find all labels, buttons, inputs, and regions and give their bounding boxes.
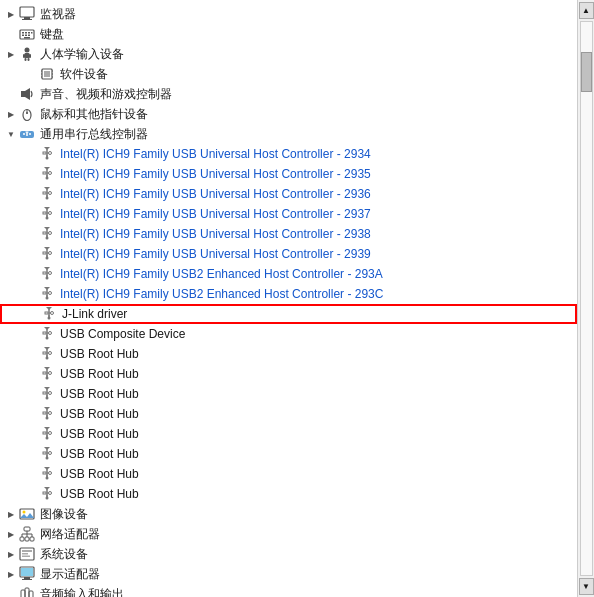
tree-item-ich9-2936[interactable]: Intel(R) ICH9 Family USB Universal Host … bbox=[0, 184, 577, 204]
scroll-down-arrow[interactable]: ▼ bbox=[579, 578, 594, 595]
tree-item-usb-root-6[interactable]: USB Root Hub bbox=[0, 444, 577, 464]
tree-item-usb-root-7[interactable]: USB Root Hub bbox=[0, 464, 577, 484]
svg-point-43 bbox=[46, 157, 49, 160]
svg-rect-137 bbox=[43, 432, 46, 434]
svg-point-50 bbox=[46, 177, 49, 180]
svg-rect-184 bbox=[29, 591, 33, 597]
tree-item-ich9-2939[interactable]: Intel(R) ICH9 Family USB Universal Host … bbox=[0, 244, 577, 264]
expand-icon-image-dev[interactable]: ▶ bbox=[4, 506, 18, 522]
tree-item-usb-root-4[interactable]: USB Root Hub bbox=[0, 404, 577, 424]
svg-rect-183 bbox=[25, 588, 29, 597]
tree-item-usb-root-5[interactable]: USB Root Hub bbox=[0, 424, 577, 444]
tree-item-display[interactable]: ▶显示适配器 bbox=[0, 564, 577, 584]
usb-icon-usb-root-3 bbox=[39, 386, 57, 402]
tree-item-network[interactable]: ▶网络适配器 bbox=[0, 524, 577, 544]
tree-item-system-dev[interactable]: ▶系统设备 bbox=[0, 544, 577, 564]
tree-item-usb-root-8[interactable]: USB Root Hub bbox=[0, 484, 577, 504]
item-label-ich9-2934: Intel(R) ICH9 Family USB Universal Host … bbox=[60, 147, 371, 161]
svg-marker-129 bbox=[44, 407, 50, 410]
human-icon-human-input bbox=[19, 46, 37, 62]
tree-item-image-dev[interactable]: ▶图像设备 bbox=[0, 504, 577, 524]
scrollbar-thumb[interactable] bbox=[581, 52, 592, 92]
item-label-ich9-2936: Intel(R) ICH9 Family USB Universal Host … bbox=[60, 187, 371, 201]
tree-item-usb-root-3[interactable]: USB Root Hub bbox=[0, 384, 577, 404]
svg-rect-166 bbox=[20, 537, 24, 541]
tree-item-mouse-etc[interactable]: ▶鼠标和其他指针设备 bbox=[0, 104, 577, 124]
svg-rect-130 bbox=[43, 412, 46, 414]
network-icon-network bbox=[19, 526, 37, 542]
svg-rect-9 bbox=[25, 35, 27, 37]
svg-rect-158 bbox=[43, 492, 46, 494]
tree-item-monitor[interactable]: ▶监视器 bbox=[0, 4, 577, 24]
monitor-icon-monitor bbox=[19, 6, 37, 22]
usb-icon-usb-root-6 bbox=[39, 446, 57, 462]
controller-icon-usb-ctrl bbox=[19, 126, 37, 142]
svg-rect-7 bbox=[31, 32, 33, 34]
usb-icon-ich9-2936 bbox=[39, 186, 57, 202]
svg-rect-123 bbox=[43, 392, 46, 394]
item-label-display: 显示适配器 bbox=[40, 566, 100, 583]
expand-icon-keyboard[interactable] bbox=[4, 26, 18, 42]
svg-point-32 bbox=[23, 133, 25, 135]
tree-item-usb-composite[interactable]: USB Composite Device bbox=[0, 324, 577, 344]
svg-rect-95 bbox=[45, 312, 48, 314]
tree-item-ich9-2934[interactable]: Intel(R) ICH9 Family USB Universal Host … bbox=[0, 144, 577, 164]
expand-icon-mouse-etc[interactable]: ▶ bbox=[4, 106, 18, 122]
image-icon-image-dev bbox=[19, 506, 37, 522]
expand-icon-human-input[interactable]: ▶ bbox=[4, 46, 18, 62]
svg-point-85 bbox=[46, 277, 49, 280]
svg-rect-26 bbox=[21, 91, 25, 97]
svg-rect-16 bbox=[25, 58, 27, 61]
tree-item-ich9-293a[interactable]: Intel(R) ICH9 Family USB2 Enhanced Host … bbox=[0, 264, 577, 284]
tree-item-ich9-2935[interactable]: Intel(R) ICH9 Family USB Universal Host … bbox=[0, 164, 577, 184]
svg-point-78 bbox=[46, 257, 49, 260]
svg-point-155 bbox=[46, 477, 49, 480]
item-label-network: 网络适配器 bbox=[40, 526, 100, 543]
item-label-usb-root-3: USB Root Hub bbox=[60, 387, 139, 401]
svg-rect-1 bbox=[24, 17, 30, 19]
svg-rect-168 bbox=[25, 537, 29, 541]
usb-icon-usb-root-2 bbox=[39, 366, 57, 382]
expand-icon-sound-ctrl[interactable] bbox=[4, 86, 18, 102]
tree-item-usb-ctrl[interactable]: ▼通用串行总线控制器 bbox=[0, 124, 577, 144]
item-label-ich9-2938: Intel(R) ICH9 Family USB Universal Host … bbox=[60, 227, 371, 241]
expand-icon-usb-ctrl[interactable]: ▼ bbox=[4, 126, 18, 142]
svg-point-162 bbox=[46, 497, 49, 500]
usb-icon-usb-root-1 bbox=[39, 346, 57, 362]
svg-rect-176 bbox=[22, 553, 28, 555]
scrollbar[interactable]: ▲ ▼ bbox=[577, 0, 594, 597]
tree-item-ich9-2937[interactable]: Intel(R) ICH9 Family USB Universal Host … bbox=[0, 204, 577, 224]
item-label-usb-root-8: USB Root Hub bbox=[60, 487, 139, 501]
tree-item-usb-root-1[interactable]: USB Root Hub bbox=[0, 344, 577, 364]
svg-rect-116 bbox=[43, 372, 46, 374]
tree-item-audio-io[interactable]: 音频输入和输出 bbox=[0, 584, 577, 597]
expand-icon-system-dev[interactable]: ▶ bbox=[4, 546, 18, 562]
expand-icon-network[interactable]: ▶ bbox=[4, 526, 18, 542]
svg-marker-150 bbox=[44, 467, 50, 470]
expand-icon-monitor[interactable]: ▶ bbox=[4, 6, 18, 22]
svg-rect-81 bbox=[43, 272, 46, 274]
sound-icon-sound-ctrl bbox=[19, 86, 37, 102]
tree-item-human-input[interactable]: ▶人体学输入设备 bbox=[0, 44, 577, 64]
svg-point-127 bbox=[46, 397, 49, 400]
tree-item-ich9-2938[interactable]: Intel(R) ICH9 Family USB Universal Host … bbox=[0, 224, 577, 244]
svg-rect-144 bbox=[43, 452, 46, 454]
tree-item-software-dev[interactable]: 软件设备 bbox=[0, 64, 577, 84]
tree-item-jlink[interactable]: J-Link driver bbox=[0, 304, 577, 324]
scrollbar-track[interactable] bbox=[580, 21, 593, 576]
tree-item-keyboard[interactable]: 键盘 bbox=[0, 24, 577, 44]
svg-rect-74 bbox=[43, 252, 46, 254]
scroll-up-arrow[interactable]: ▲ bbox=[579, 2, 594, 19]
expand-icon-display[interactable]: ▶ bbox=[4, 566, 18, 582]
usb-icon-usb-root-4 bbox=[39, 406, 57, 422]
tree-item-ich9-293c[interactable]: Intel(R) ICH9 Family USB2 Enhanced Host … bbox=[0, 284, 577, 304]
svg-marker-136 bbox=[44, 427, 50, 430]
expand-icon-audio-io[interactable] bbox=[4, 586, 18, 597]
svg-marker-59 bbox=[44, 207, 50, 210]
svg-point-148 bbox=[46, 457, 49, 460]
tree-item-usb-root-2[interactable]: USB Root Hub bbox=[0, 364, 577, 384]
svg-point-113 bbox=[46, 357, 49, 360]
svg-marker-27 bbox=[25, 88, 30, 100]
item-label-software-dev: 软件设备 bbox=[60, 66, 108, 83]
tree-item-sound-ctrl[interactable]: 声音、视频和游戏控制器 bbox=[0, 84, 577, 104]
